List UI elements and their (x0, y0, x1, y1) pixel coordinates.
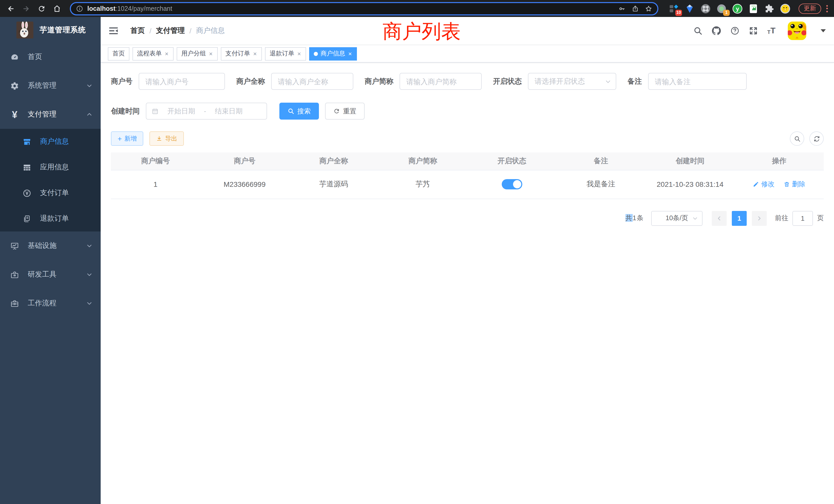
browser-profile-avatar[interactable] (780, 3, 790, 14)
status-label: 开启状态 (493, 77, 522, 86)
pikachu-avatar-image (788, 22, 806, 40)
help-button[interactable] (730, 26, 740, 36)
pay-order-icon (23, 189, 31, 197)
github-link[interactable] (712, 26, 721, 36)
close-icon[interactable]: × (208, 50, 213, 57)
browser-back-button[interactable] (4, 2, 18, 15)
toggle-search-button[interactable] (790, 131, 804, 146)
breadcrumb-current: 商户信息 (196, 26, 225, 36)
extension-grid-diamond-icon[interactable]: 10 (668, 3, 679, 14)
user-avatar[interactable] (788, 22, 806, 40)
extensions-row: 10 1 y (664, 3, 794, 14)
full-name-input[interactable] (271, 73, 353, 90)
close-icon[interactable]: × (348, 50, 352, 57)
remark-input[interactable] (648, 73, 747, 90)
pagination-total: 共1条 (626, 213, 644, 223)
tab-label: 支付订单 (225, 49, 250, 58)
sidebar-item-merchant-info[interactable]: 商户信息 (0, 129, 101, 155)
browser-reload-button[interactable] (35, 2, 48, 15)
cell-full-name: 芋道源码 (289, 170, 378, 199)
end-date-input[interactable] (207, 107, 250, 115)
bookmark-star-icon[interactable] (645, 5, 652, 12)
sidebar-item-home[interactable]: 首页 (0, 43, 101, 71)
tab-user-group[interactable]: 用户分组× (177, 47, 218, 60)
tab-home[interactable]: 首页 (108, 47, 129, 60)
browser-update-button[interactable]: 更新 (798, 3, 821, 14)
sidebar-item-pay-order[interactable]: 支付订单 (0, 180, 101, 206)
header-search-button[interactable] (693, 26, 703, 36)
tab-merchant-info[interactable]: 商户信息× (309, 47, 357, 60)
remark-label: 备注 (628, 77, 642, 86)
goto-page-input[interactable] (792, 211, 813, 226)
site-info-icon (76, 5, 83, 12)
refresh-table-button[interactable] (809, 131, 824, 146)
page-number-current[interactable]: 1 (732, 211, 747, 226)
extension-badge: 1 (723, 9, 730, 16)
status-toggle-on[interactable] (502, 179, 522, 189)
sidebar-item-workflow[interactable]: 工作流程 (0, 289, 101, 318)
fullscreen-icon (749, 26, 758, 36)
sidebar-item-refund-order[interactable]: 退款订单 (0, 206, 101, 231)
tab-process-form[interactable]: 流程表单× (132, 47, 174, 60)
monitor-chart-icon (10, 242, 19, 250)
share-icon[interactable] (632, 5, 639, 12)
menu-label: 退款订单 (40, 214, 92, 223)
filter-short-name: 商户简称 (365, 73, 482, 90)
page-size-select[interactable]: 10条/页 (651, 211, 703, 226)
cell-merchant-no: M233666999 (200, 170, 289, 199)
fullscreen-button[interactable] (749, 26, 758, 36)
browser-home-button[interactable] (50, 2, 64, 15)
tab-refund-order[interactable]: 退款订单× (265, 47, 306, 60)
url-path: :1024/pay/merchant (115, 5, 172, 12)
sidebar-item-infrastructure[interactable]: 基础设施 (0, 231, 101, 260)
prev-page-button[interactable] (712, 211, 727, 226)
close-icon[interactable]: × (253, 50, 257, 57)
browser-menu-button[interactable] (825, 5, 830, 12)
tab-pay-order[interactable]: 支付订单× (221, 47, 262, 60)
extension-recorder-icon[interactable]: 1 (717, 3, 727, 14)
browser-forward-button[interactable] (20, 2, 33, 15)
close-icon[interactable]: × (164, 50, 169, 57)
sidebar-item-dev-tools[interactable]: 研发工具 (0, 260, 101, 289)
reset-button[interactable]: 重置 (325, 102, 365, 120)
delete-link[interactable]: 删除 (784, 180, 805, 189)
menu-label: 支付管理 (28, 110, 86, 119)
sidebar-logo[interactable]: 芋道管理系统 (0, 17, 101, 43)
next-page-button[interactable] (752, 211, 767, 226)
export-button[interactable]: 导出 (150, 131, 184, 146)
tab-label: 流程表单 (137, 49, 162, 58)
status-select[interactable]: 请选择开启状态 (528, 73, 616, 90)
breadcrumb-home[interactable]: 首页 (130, 26, 145, 36)
chevron-down-icon (86, 83, 92, 89)
font-size-button[interactable]: TT (767, 27, 775, 35)
avatar-dropdown-caret[interactable] (821, 29, 826, 32)
merchant-no-input[interactable] (139, 73, 225, 90)
short-name-input[interactable] (399, 73, 482, 90)
address-bar[interactable]: localhost:1024/pay/merchant (70, 2, 658, 15)
goto-label: 前往 (775, 213, 788, 223)
extension-gem-icon[interactable] (684, 3, 695, 14)
password-key-icon[interactable] (618, 5, 626, 12)
sidebar-item-app-info[interactable]: 应用信息 (0, 155, 101, 180)
chevron-down-icon (605, 78, 611, 85)
date-range-picker[interactable]: - (146, 102, 267, 120)
sidebar-item-system[interactable]: 系统管理 (0, 71, 101, 100)
add-button-label: 新增 (124, 134, 137, 143)
search-button[interactable]: 搜索 (279, 102, 319, 120)
add-button[interactable]: + 新增 (111, 131, 143, 146)
cell-merchant-index: 1 (111, 170, 200, 199)
sidebar: 芋道管理系统 首页 系统管理 ¥ 支付管理 (0, 17, 101, 504)
extension-command-icon[interactable] (701, 3, 711, 14)
start-date-input[interactable] (160, 107, 203, 115)
tab-label: 商户信息 (321, 49, 345, 58)
breadcrumb-pay[interactable]: 支付管理 (156, 26, 185, 36)
close-icon[interactable]: × (297, 50, 302, 57)
pagination-goto: 前往 页 (775, 211, 824, 226)
merchant-table: 商户编号 商户号 商户全称 商户简称 开启状态 备注 创建时间 操作 1 (111, 153, 824, 199)
edit-link[interactable]: 修改 (753, 180, 775, 189)
extension-y-icon[interactable]: y (732, 3, 743, 14)
extension-notes-icon[interactable] (748, 3, 759, 14)
sidebar-item-pay[interactable]: ¥ 支付管理 (0, 100, 101, 129)
sidebar-collapse-button[interactable] (101, 17, 126, 45)
extensions-puzzle-icon[interactable] (764, 3, 774, 14)
